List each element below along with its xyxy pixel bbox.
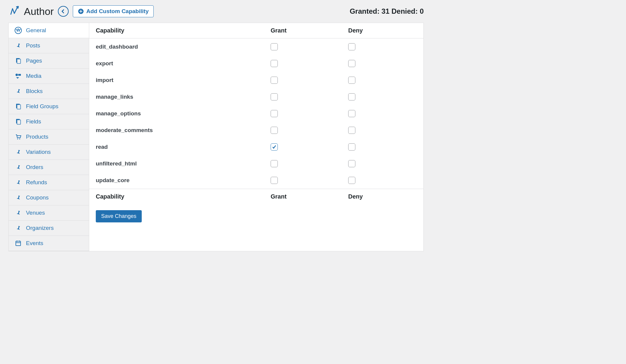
col-footer-grant: Grant xyxy=(271,193,348,200)
sidebar-item-label: Variations xyxy=(26,149,51,155)
capability-row: edit_dashboard xyxy=(89,38,423,55)
pages-icon xyxy=(15,103,22,110)
grant-checkbox[interactable] xyxy=(271,160,278,167)
capability-name: read xyxy=(96,144,271,150)
sidebar-item-label: Pages xyxy=(26,58,42,64)
sidebar-item-label: Media xyxy=(26,73,41,79)
sidebar-item-products[interactable]: Products xyxy=(9,129,89,145)
sidebar-item-label: Orders xyxy=(26,164,43,171)
capability-name: export xyxy=(96,60,271,67)
plus-circle-icon xyxy=(78,8,84,14)
sidebar-item-label: Coupons xyxy=(26,194,49,201)
header-stats: Granted: 31 Denied: 0 xyxy=(350,7,424,16)
col-header-grant: Grant xyxy=(271,27,348,34)
sidebar-item-label: Refunds xyxy=(26,179,47,186)
grant-checkbox[interactable] xyxy=(271,43,278,50)
cart-icon xyxy=(15,133,22,140)
sidebar-item-posts[interactable]: Posts xyxy=(9,38,89,53)
sidebar-item-fields[interactable]: Fields xyxy=(9,114,89,129)
capability-name: update_core xyxy=(96,177,271,184)
grant-checkbox[interactable] xyxy=(271,127,278,134)
save-button[interactable]: Save Changes xyxy=(96,210,142,222)
back-button[interactable] xyxy=(58,6,69,17)
deny-checkbox[interactable] xyxy=(348,43,355,50)
grant-checkbox[interactable] xyxy=(271,177,278,184)
deny-checkbox[interactable] xyxy=(348,77,355,84)
table-footer: Capability Grant Deny xyxy=(89,189,423,204)
deny-checkbox[interactable] xyxy=(348,160,355,167)
pin-icon xyxy=(15,88,22,95)
capability-row: moderate_comments xyxy=(89,122,423,139)
sidebar-item-label: Fields xyxy=(26,118,41,125)
svg-point-14 xyxy=(19,138,20,139)
capability-row: read xyxy=(89,139,423,155)
pages-icon xyxy=(15,118,22,125)
media-icon xyxy=(15,72,22,80)
sidebar-item-label: Events xyxy=(26,240,43,247)
sidebar-item-organizers[interactable]: Organizers xyxy=(9,221,89,236)
sidebar: GeneralPostsPagesMediaBlocksField Groups… xyxy=(9,23,89,251)
capability-row: import xyxy=(89,72,423,89)
sidebar-item-label: Venues xyxy=(26,210,45,216)
sidebar-item-orders[interactable]: Orders xyxy=(9,160,89,175)
svg-rect-10 xyxy=(17,105,21,109)
col-footer-deny: Deny xyxy=(348,193,417,200)
deny-checkbox[interactable] xyxy=(348,177,355,184)
calendar-icon xyxy=(15,240,22,247)
sidebar-item-events[interactable]: Events xyxy=(9,236,89,251)
capability-name: moderate_comments xyxy=(96,127,271,134)
deny-checkbox[interactable] xyxy=(348,93,355,100)
sidebar-item-field-groups[interactable]: Field Groups xyxy=(9,99,89,114)
sidebar-item-variations[interactable]: Variations xyxy=(9,145,89,160)
sidebar-item-label: General xyxy=(26,27,46,34)
grant-checkbox[interactable] xyxy=(271,110,278,117)
deny-checkbox[interactable] xyxy=(348,110,355,117)
svg-point-4 xyxy=(15,27,21,34)
capability-name: manage_links xyxy=(96,94,271,100)
sidebar-item-label: Products xyxy=(26,134,48,140)
grant-checkbox[interactable] xyxy=(271,143,278,151)
svg-point-0 xyxy=(17,6,19,8)
capability-name: import xyxy=(96,77,271,83)
sidebar-item-blocks[interactable]: Blocks xyxy=(9,84,89,99)
page-title: Author xyxy=(24,6,54,17)
add-custom-capability-button[interactable]: Add Custom Capability xyxy=(73,5,154,17)
svg-rect-6 xyxy=(17,59,21,63)
svg-point-7 xyxy=(16,74,18,76)
content-area: Capability Grant Deny edit_dashboardexpo… xyxy=(89,23,423,251)
grant-checkbox[interactable] xyxy=(271,60,278,67)
pin-icon xyxy=(15,209,22,216)
add-button-label: Add Custom Capability xyxy=(86,8,149,15)
capability-row: unfiltered_html xyxy=(89,155,423,172)
sidebar-item-media[interactable]: Media xyxy=(9,69,89,84)
grant-checkbox[interactable] xyxy=(271,77,278,84)
deny-checkbox[interactable] xyxy=(348,60,355,67)
capability-name: manage_options xyxy=(96,110,271,117)
sidebar-item-label: Field Groups xyxy=(26,103,58,110)
capability-name: edit_dashboard xyxy=(96,44,271,50)
deny-checkbox[interactable] xyxy=(348,127,355,134)
pages-icon xyxy=(15,57,22,64)
sidebar-item-general[interactable]: General xyxy=(9,23,89,38)
sidebar-item-refunds[interactable]: Refunds xyxy=(9,175,89,190)
pin-icon xyxy=(15,179,22,186)
sidebar-item-label: Organizers xyxy=(26,225,54,231)
sidebar-item-coupons[interactable]: Coupons xyxy=(9,190,89,205)
pin-icon xyxy=(15,224,22,232)
capability-row: manage_links xyxy=(89,89,423,105)
col-header-capability: Capability xyxy=(96,27,271,34)
pin-icon xyxy=(15,148,22,156)
deny-checkbox[interactable] xyxy=(348,143,355,151)
publishpress-icon xyxy=(8,6,20,17)
capability-row: export xyxy=(89,55,423,72)
sidebar-item-label: Blocks xyxy=(26,88,43,95)
sidebar-item-venues[interactable]: Venues xyxy=(9,205,89,221)
grant-checkbox[interactable] xyxy=(271,93,278,100)
table-header: Capability Grant Deny xyxy=(89,23,423,38)
pin-icon xyxy=(15,194,22,201)
svg-rect-3 xyxy=(79,11,82,12)
page-header: Author Add Custom Capability Granted: 31… xyxy=(0,0,432,23)
svg-point-13 xyxy=(17,138,18,139)
svg-rect-8 xyxy=(18,74,21,76)
sidebar-item-pages[interactable]: Pages xyxy=(9,53,89,69)
